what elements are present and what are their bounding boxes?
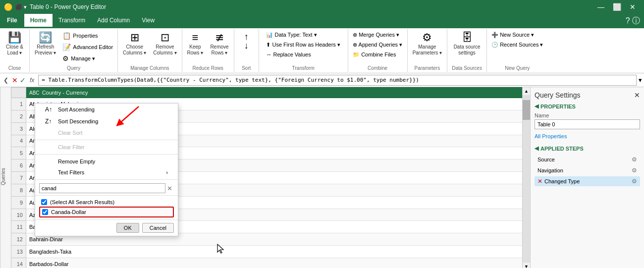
- ok-button[interactable]: OK: [116, 223, 139, 233]
- recent-sources-button[interactable]: 🕒 Recent Sources ▾: [489, 40, 545, 50]
- sort-button[interactable]: ↑↓: [236, 30, 256, 52]
- dropdown-sep-2: [35, 154, 178, 155]
- remove-empty-label: Remove Empty: [58, 159, 95, 164]
- vertical-scrollbar[interactable]: ▲ ▼: [522, 87, 530, 268]
- minimize-button[interactable]: —: [593, 0, 608, 14]
- data-type-button[interactable]: 📊 Data Type: Text ▾: [264, 30, 342, 40]
- remove-rows-button[interactable]: ≢ RemoveRows ▾: [207, 30, 231, 58]
- maximize-button[interactable]: ⬜: [609, 0, 624, 14]
- formula-cancel-button[interactable]: ✕: [12, 76, 18, 84]
- remove-columns-button[interactable]: ⊡ RemoveColumns ▾: [150, 30, 179, 58]
- manage-button[interactable]: ⚙ Manage ▾: [60, 53, 115, 64]
- text-filters-item[interactable]: Text Filters ›: [35, 167, 178, 178]
- name-label: Name: [535, 112, 640, 118]
- sort-group-label: Sort: [242, 65, 251, 71]
- ribbon-tab-bar: File Home Transform Add Column View ? ⓘ: [0, 14, 644, 28]
- grid-col-header-1[interactable]: ABC Country - Currency: [26, 88, 530, 98]
- step-label: Source: [537, 157, 555, 162]
- applied-steps-arrow: ◀: [535, 145, 538, 152]
- tab-file[interactable]: File: [0, 14, 24, 27]
- combine-files-button[interactable]: 📁 Combine Files: [350, 50, 405, 59]
- select-all-item[interactable]: (Select All Search Results): [39, 198, 174, 207]
- step-remove-icon[interactable]: ✕: [537, 178, 542, 185]
- ribbon-group-data-sources: 🗄 Data sourcesettings Data Sources: [447, 29, 487, 72]
- window-title: Table 0 - Power Query Editor: [30, 3, 106, 10]
- refresh-preview-button[interactable]: 🔄 RefreshPreview ▾: [32, 30, 59, 58]
- filter-list: (Select All Search Results) Canada-Dolla…: [35, 196, 178, 219]
- tab-add-column[interactable]: Add Column: [91, 14, 136, 27]
- formula-expand-button[interactable]: ▾: [639, 76, 642, 84]
- formula-confirm-button[interactable]: ✓: [20, 76, 26, 84]
- advanced-editor-button[interactable]: 📝 Advanced Editor: [60, 42, 115, 53]
- dropdown-sep-1: [35, 140, 178, 140]
- nav-left-button[interactable]: ❮: [2, 76, 10, 85]
- help-button[interactable]: ? ⓘ: [622, 14, 644, 28]
- filter-dropdown: A↑ Sort Ascending Z↑ Sort Descending Cle…: [35, 103, 178, 236]
- col-header-label-1: Country - Currency: [42, 90, 88, 96]
- step-settings-icon[interactable]: ⚙: [632, 178, 637, 185]
- new-source-button[interactable]: ➕ New Source ▾: [489, 30, 545, 40]
- query-settings-close[interactable]: ✕: [634, 91, 640, 99]
- append-queries-button[interactable]: ⊕ Append Queries ▾: [350, 40, 405, 50]
- close-button[interactable]: ✕: [625, 0, 640, 14]
- window-controls-left: ⬛ ▾: [15, 4, 27, 10]
- manage-parameters-button[interactable]: ⚙ ManageParameters ▾: [410, 30, 445, 58]
- query-settings-title: Query Settings ✕: [535, 91, 640, 99]
- table-row: 13Bangladesh-Taka: [11, 246, 530, 258]
- step-settings-icon[interactable]: ⚙: [632, 156, 637, 163]
- col-type-icon: ABC: [29, 90, 40, 96]
- row-col-1: Bangladesh-Taka: [26, 246, 530, 258]
- formula-input[interactable]: [38, 75, 637, 86]
- search-clear-button[interactable]: ✕: [165, 185, 174, 192]
- queries-panel: Queries: [0, 87, 11, 268]
- filter-search-input[interactable]: [39, 183, 165, 193]
- row-col-1: Barbados-Dollar: [26, 258, 530, 268]
- dropdown-footer: OK Cancel: [35, 219, 178, 236]
- canada-dollar-item[interactable]: Canada-Dollar: [39, 207, 174, 217]
- data-source-settings-button[interactable]: 🗄 Data sourcesettings: [451, 30, 483, 58]
- sort-ascending-item[interactable]: A↑ Sort Ascending: [35, 104, 178, 115]
- title-bar-left: 🟡 ⬛ ▾ Table 0 - Power Query Editor: [4, 3, 106, 11]
- properties-button[interactable]: 📋 Properties: [60, 30, 115, 41]
- close-group-label: Close: [8, 65, 21, 71]
- tab-view[interactable]: View: [136, 14, 161, 27]
- cancel-button[interactable]: Cancel: [142, 223, 174, 233]
- canada-dollar-checkbox[interactable]: [42, 209, 48, 215]
- applied-step-source[interactable]: Source⚙: [535, 155, 640, 164]
- ribbon-group-new-query: ➕ New Source ▾ 🕒 Recent Sources ▾ New Qu…: [487, 29, 547, 72]
- clear-filter-label: Clear Filter: [58, 144, 85, 150]
- text-filters-label: Text Filters: [58, 169, 84, 175]
- remove-empty-item[interactable]: Remove Empty: [35, 156, 178, 167]
- all-properties-link[interactable]: All Properties: [535, 133, 640, 139]
- applied-step-changedType[interactable]: ✕Changed Type⚙: [535, 176, 640, 186]
- ribbon-content: 💾 Close &Load ▾ Close 🔄 RefreshPreview ▾…: [0, 28, 644, 73]
- scroll-thumb[interactable]: [523, 100, 530, 120]
- sort-desc-icon: Z↑: [45, 118, 55, 125]
- row-number: 6: [11, 160, 26, 172]
- scroll-down-button[interactable]: ▼: [523, 263, 530, 268]
- window-controls[interactable]: — ⬜ ✕: [593, 0, 640, 14]
- replace-values-button[interactable]: ↔ Replace Values: [264, 50, 342, 59]
- choose-columns-button[interactable]: ⊞ ChooseColumns ▾: [120, 30, 149, 58]
- parameters-group-label: Parameters: [415, 65, 440, 71]
- query-name-input[interactable]: [535, 119, 640, 129]
- ribbon: File Home Transform Add Column View ? ⓘ …: [0, 14, 644, 73]
- keep-rows-button[interactable]: ≡ KeepRows ▾: [184, 30, 207, 58]
- tab-transform[interactable]: Transform: [53, 14, 91, 27]
- step-settings-icon[interactable]: ⚙: [632, 167, 637, 174]
- scroll-up-button[interactable]: ▲: [523, 87, 530, 95]
- use-first-row-button[interactable]: ⬆ Use First Row as Headers ▾: [264, 40, 342, 50]
- row-number: 8: [11, 184, 26, 196]
- select-all-label: (Select All Search Results): [50, 199, 114, 205]
- select-all-checkbox[interactable]: [41, 199, 47, 205]
- tab-home[interactable]: Home: [24, 14, 53, 27]
- sort-descending-item[interactable]: Z↑ Sort Descending: [35, 115, 178, 127]
- applied-step-navigation[interactable]: Navigation⚙: [535, 165, 640, 175]
- merge-queries-button[interactable]: ⊕ Merge Queries ▾: [350, 30, 405, 40]
- reduce-rows-group-label: Reduce Rows: [192, 65, 223, 71]
- search-box-area: ✕: [35, 181, 178, 196]
- ribbon-group-manage-cols: ⊞ ChooseColumns ▾ ⊡ RemoveColumns ▾ Mana…: [118, 29, 182, 72]
- close-load-button[interactable]: 💾 Close &Load ▾: [3, 30, 26, 58]
- row-number: 12: [11, 233, 26, 246]
- row-number: 1: [11, 98, 26, 110]
